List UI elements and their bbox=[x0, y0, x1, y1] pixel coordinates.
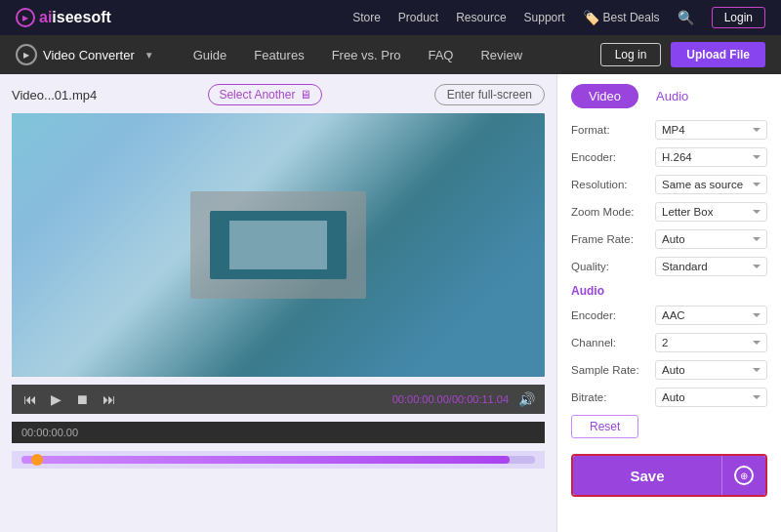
review-link[interactable]: Review bbox=[480, 48, 522, 62]
save-options-button[interactable]: ⊕ bbox=[721, 456, 765, 495]
format-row: Format: MP4 bbox=[571, 120, 767, 140]
stop-button[interactable]: ⏹ bbox=[73, 389, 91, 409]
video-inner2 bbox=[229, 221, 327, 269]
bitrate-row: Bitrate: Auto bbox=[571, 388, 767, 407]
progress-container[interactable] bbox=[12, 451, 545, 469]
sample-rate-label: Sample Rate: bbox=[571, 364, 649, 376]
top-nav: aiiseesoft Store Product Resource Suppor… bbox=[0, 0, 781, 35]
file-bar: Video...01.mp4 Select Another 🖥 Enter fu… bbox=[12, 84, 545, 105]
reset-button[interactable]: Reset bbox=[571, 415, 638, 438]
right-panel: Video Audio Format: MP4 Encoder: H.264 R… bbox=[556, 74, 781, 532]
audio-encoder-select[interactable]: AAC bbox=[655, 306, 767, 325]
converter-brand: Video Converter ▼ bbox=[16, 44, 154, 65]
save-btn-wrapper: Save ⊕ bbox=[571, 454, 767, 497]
channel-row: Channel: 2 bbox=[571, 333, 767, 352]
quality-select[interactable]: Standard bbox=[655, 257, 767, 276]
video-center-content bbox=[190, 191, 366, 299]
converter-label: Video Converter bbox=[43, 48, 135, 62]
select-another-label: Select Another bbox=[219, 88, 295, 102]
save-row: Save ⊕ bbox=[571, 454, 767, 497]
search-button[interactable]: 🔍 bbox=[678, 10, 694, 25]
channel-select[interactable]: 2 bbox=[655, 333, 767, 352]
faq-link[interactable]: FAQ bbox=[428, 48, 453, 62]
zoom-mode-row: Zoom Mode: Letter Box bbox=[571, 202, 767, 222]
logo: aiiseesoft bbox=[16, 8, 111, 27]
resolution-label: Resolution: bbox=[571, 179, 649, 190]
logo-text: aiiseesoft bbox=[39, 9, 111, 26]
fast-forward-button[interactable]: ⏭ bbox=[101, 389, 118, 409]
flag-icon: 🏷️ bbox=[583, 10, 599, 25]
audio-encoder-label: Encoder: bbox=[571, 309, 649, 321]
format-label: Format: bbox=[571, 124, 649, 136]
audio-tab[interactable]: Audio bbox=[638, 84, 706, 108]
zoom-mode-select[interactable]: Letter Box bbox=[655, 202, 767, 222]
file-name: Video...01.mp4 bbox=[12, 88, 97, 102]
support-link[interactable]: Support bbox=[524, 11, 565, 24]
monitor-icon: 🖥 bbox=[300, 88, 311, 102]
store-link[interactable]: Store bbox=[352, 11, 381, 24]
sample-rate-row: Sample Rate: Auto bbox=[571, 360, 767, 380]
converter-brand-icon bbox=[16, 44, 37, 65]
channel-label: Channel: bbox=[571, 337, 649, 348]
product-link[interactable]: Product bbox=[398, 11, 438, 24]
main-content: Video...01.mp4 Select Another 🖥 Enter fu… bbox=[0, 74, 781, 532]
upload-file-button[interactable]: Upload File bbox=[671, 42, 765, 67]
features-link[interactable]: Features bbox=[254, 48, 304, 62]
video-preview bbox=[12, 113, 545, 377]
resolution-select[interactable]: Same as source bbox=[655, 175, 767, 194]
quality-label: Quality: bbox=[571, 261, 649, 272]
timeline-time-label: 00:00:00.00 bbox=[21, 427, 78, 438]
resource-link[interactable]: Resource bbox=[456, 11, 506, 24]
free-vs-pro-link[interactable]: Free vs. Pro bbox=[332, 48, 401, 62]
enter-fullscreen-button[interactable]: Enter full-screen bbox=[434, 84, 545, 105]
progress-fill bbox=[21, 456, 510, 464]
video-tab[interactable]: Video bbox=[571, 84, 638, 108]
rewind-button[interactable]: ⏮ bbox=[21, 389, 39, 409]
bitrate-label: Bitrate: bbox=[571, 391, 649, 403]
quality-row: Quality: Standard bbox=[571, 257, 767, 276]
encoder-label: Encoder: bbox=[571, 151, 649, 163]
logo-icon bbox=[16, 8, 35, 27]
volume-icon[interactable]: 🔊 bbox=[518, 391, 535, 407]
encoder-row: Encoder: H.264 bbox=[571, 147, 767, 167]
time-display: 00:00:00.00/00:00:11.04 bbox=[392, 393, 509, 405]
secondary-nav: Video Converter ▼ Guide Features Free vs… bbox=[0, 35, 781, 74]
frame-rate-label: Frame Rate: bbox=[571, 233, 649, 245]
audio-encoder-row: Encoder: AAC bbox=[571, 306, 767, 325]
log-in-button[interactable]: Log in bbox=[600, 43, 662, 66]
best-deals[interactable]: 🏷️ Best Deals bbox=[583, 10, 660, 25]
save-button[interactable]: Save bbox=[573, 456, 721, 495]
top-nav-links: Store Product Resource Support 🏷️ Best D… bbox=[352, 7, 765, 28]
sample-rate-select[interactable]: Auto bbox=[655, 360, 767, 380]
video-inner bbox=[210, 211, 347, 279]
sec-nav-right: Log in Upload File bbox=[600, 42, 765, 67]
guide-link[interactable]: Guide bbox=[193, 48, 227, 62]
left-panel: Video...01.mp4 Select Another 🖥 Enter fu… bbox=[0, 74, 556, 532]
progress-track[interactable] bbox=[21, 456, 535, 464]
resolution-row: Resolution: Same as source bbox=[571, 175, 767, 194]
tab-row: Video Audio bbox=[571, 84, 767, 108]
sec-nav-links: Guide Features Free vs. Pro FAQ Review bbox=[193, 48, 600, 62]
play-button[interactable]: ▶ bbox=[49, 389, 63, 409]
frame-rate-row: Frame Rate: Auto bbox=[571, 229, 767, 249]
format-select[interactable]: MP4 bbox=[655, 120, 767, 140]
zoom-mode-label: Zoom Mode: bbox=[571, 206, 649, 218]
bitrate-select[interactable]: Auto bbox=[655, 388, 767, 407]
audio-section-header: Audio bbox=[571, 284, 767, 298]
controls-bar: ⏮ ▶ ⏹ ⏭ 00:00:00.00/00:00:11.04 🔊 bbox=[12, 385, 545, 414]
login-button[interactable]: Login bbox=[712, 7, 765, 28]
save-options-icon: ⊕ bbox=[734, 466, 754, 485]
progress-thumb[interactable] bbox=[31, 454, 43, 466]
converter-dropdown-arrow[interactable]: ▼ bbox=[144, 50, 154, 61]
best-deals-label: Best Deals bbox=[603, 11, 660, 24]
frame-rate-select[interactable]: Auto bbox=[655, 229, 767, 249]
select-another-button[interactable]: Select Another 🖥 bbox=[208, 84, 322, 105]
encoder-select[interactable]: H.264 bbox=[655, 147, 767, 167]
timeline-bar: 00:00:00.00 bbox=[12, 422, 545, 443]
